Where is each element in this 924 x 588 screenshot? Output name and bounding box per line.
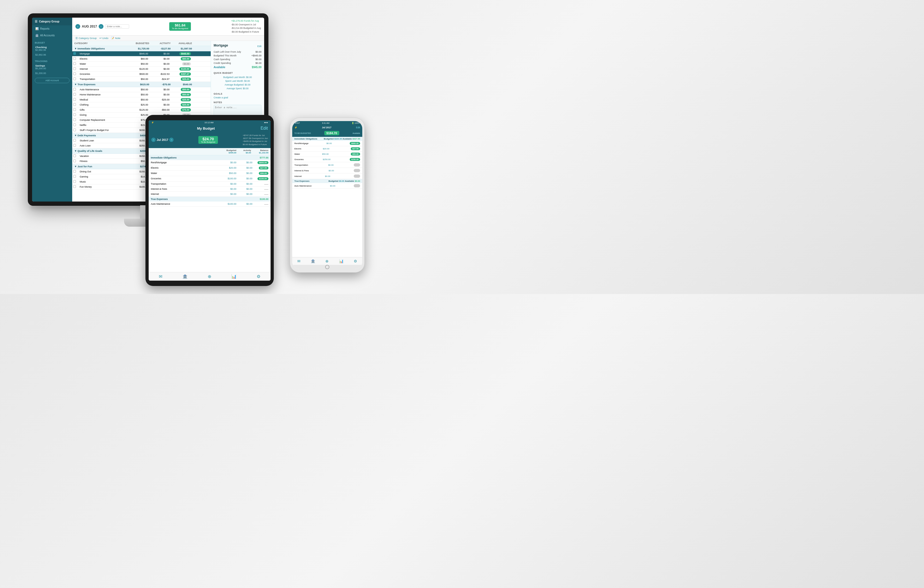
list-item[interactable]: Auto Maintenance $0.00: [292, 183, 362, 189]
quick-budget-avg-spent[interactable]: Average Spent: $0.00: [214, 87, 261, 91]
toggle-switch[interactable]: [354, 184, 360, 187]
add-account-button[interactable]: Add Account: [35, 78, 69, 83]
sidebar-budget-total: $2,992.96: [32, 53, 72, 57]
list-item[interactable]: Internet $0.00 $0.00: [148, 192, 271, 197]
quick-budget-title: QUICK BUDGET: [214, 72, 261, 74]
iphone-available-label: Available: [353, 132, 360, 134]
nav-chart-icon[interactable]: 📊: [231, 274, 237, 279]
list-item[interactable]: Electric $20.00 $27.55: [292, 146, 362, 152]
group-immediate-obligations: ▼ Immediate Obligations $1,725.00 -$127.…: [72, 46, 211, 51]
row-checkbox[interactable]: [73, 68, 76, 70]
sidebar-header: ☰ Category Group: [32, 18, 72, 25]
sidebar-reports-item[interactable]: 📊 Reports: [32, 25, 72, 32]
quick-budget-avg-budgeted[interactable]: Average Budgeted: $0.00: [214, 83, 261, 87]
iphone-edit-button[interactable]: Edit: [356, 126, 360, 129]
ipad-amount-badge: $24.70 To Be Budgeted: [198, 136, 218, 144]
table-row[interactable]: Groceries $500.00 -$102.53 $397.47: [72, 72, 211, 77]
note-button[interactable]: 📝 Note: [111, 36, 120, 40]
nav-chart-icon[interactable]: 📊: [339, 259, 343, 263]
row-checkbox[interactable]: [73, 57, 76, 60]
table-row[interactable]: Electric $60.00 $0.00 $60.00: [72, 56, 211, 61]
budget-badge-container: $61.84 To Be Budgeted: [169, 22, 191, 31]
list-item[interactable]: Transportation $0.00 $0.00: [148, 181, 271, 186]
row-checkbox[interactable]: [73, 62, 76, 65]
table-row[interactable]: Mortgage $945.00 $0.00 $945.00: [72, 51, 211, 56]
nav-envelope-icon[interactable]: ✉: [297, 259, 300, 263]
goals-title: GOALS: [214, 92, 261, 95]
nav-bank-icon[interactable]: 🏦: [182, 274, 188, 279]
sidebar-accounts-item[interactable]: 🏦 All Accounts: [32, 32, 72, 39]
list-item[interactable]: Auto Maintenance $100.00 $0.00: [148, 201, 271, 207]
ipad-bottom-nav: ✉ 🏦 ⊕ 📊 ⚙: [148, 272, 271, 281]
list-item[interactable]: Groceries $250.00 $250.00: [292, 157, 362, 162]
iphone-section-true-expenses: True Expenses Budgeted $0.00 Available $…: [292, 179, 362, 183]
table-row[interactable]: Transportation $50.00 -$24.97 $25.03: [72, 77, 211, 82]
nav-envelope-icon[interactable]: ✉: [159, 274, 162, 279]
quick-budget-spent-last[interactable]: Spent Last Month: $0.00: [214, 79, 261, 83]
list-item[interactable]: Transportation $0.00: [292, 162, 362, 168]
nav-bank-icon[interactable]: 🏦: [311, 259, 315, 263]
iphone-bottom-nav: ✉ 🏦 ⊕ 📊 ⚙: [292, 257, 362, 265]
budget-info-panel: +$3,276.83 Funds for Aug -$0.00 Overspen…: [231, 19, 261, 34]
list-item[interactable]: Water $50.00 $0.00 $50.00: [148, 171, 271, 176]
budgeted-this-month-row: Budgeted This Month +$945.00: [214, 54, 261, 58]
list-item[interactable]: Groceries $100.00 $0.00 $100.00: [148, 176, 271, 181]
create-goal-button[interactable]: Create a goal: [214, 96, 261, 99]
row-checkbox[interactable]: [73, 77, 76, 80]
toggle-switch[interactable]: [354, 175, 360, 178]
ipad-time: 10:12 AM: [205, 121, 214, 124]
iphone-header: ⚡ Jul 2017 Edit: [292, 125, 362, 130]
sidebar-budget-label: Category Group: [39, 20, 59, 23]
ipad-budget-bar: ‹ Jul 2017 › $24.70 To Be Budgeted +$747…: [148, 132, 271, 148]
iphone-amount-badge: $184.70: [324, 131, 339, 135]
ipad-screen: ⚡ 10:12 AM ●●● My Budget Edit ‹ Jul 2017…: [148, 120, 271, 281]
accounts-icon: 🏦: [35, 34, 38, 37]
ipad-next-month[interactable]: ›: [169, 138, 173, 142]
current-month: AUG 2017: [82, 25, 97, 28]
category-group-button[interactable]: ☰ Category Group: [75, 36, 97, 40]
toggle-switch[interactable]: [354, 163, 360, 166]
ipad-month-label: Jul 2017: [157, 138, 168, 142]
list-item[interactable]: Water $50.00 $50.00: [292, 152, 362, 157]
sidebar-checking-account[interactable]: Checking $2,992.96: [32, 44, 72, 53]
nav-plus-icon[interactable]: ⊕: [325, 259, 328, 263]
table-row[interactable]: Water $50.00 $0.00 $0.00: [72, 61, 211, 67]
nav-gear-icon[interactable]: ⚙: [257, 274, 261, 279]
table-row[interactable]: Internet $120.00 $0.00 $120.00: [72, 67, 211, 72]
table-row[interactable]: Clothing $25.00$0.00 $25.00: [72, 102, 211, 107]
nav-plus-icon[interactable]: ⊕: [208, 274, 211, 279]
row-checkbox[interactable]: [73, 72, 76, 75]
undo-button[interactable]: ↩ Undo: [99, 36, 109, 40]
table-row[interactable]: Auto Maintenance $50.00$0.00 $50.00: [72, 87, 211, 92]
iphone-time: 9:41 AM: [322, 122, 329, 124]
ipad-device: ⚡ 10:12 AM ●●● My Budget Edit ‹ Jul 2017…: [145, 115, 274, 286]
list-item[interactable]: Internet $0.00: [292, 173, 362, 179]
edit-button[interactable]: Edit: [257, 45, 261, 48]
list-item[interactable]: Rent/Mortgage $0.00 $800.00: [292, 141, 362, 146]
ipad-prev-month[interactable]: ‹: [151, 138, 156, 142]
list-item: True Expenses $100.00: [148, 197, 271, 201]
table-row[interactable]: Medical $50.00-$25.00 $25.00: [72, 97, 211, 102]
total-budget-badge: $61.84 To Be Budgeted: [169, 22, 191, 31]
sidebar-savings-account[interactable]: Savings $5,200.00: [32, 63, 72, 71]
quick-budget-last-month[interactable]: Budgeted Last Month: $0.00: [214, 76, 261, 79]
ipad-table-header: Budgeted$495.00 Activity$0.00 Balance$1,…: [148, 148, 271, 155]
sidebar: ☰ Category Group 📊 Reports 🏦 All Account…: [32, 18, 72, 201]
list-item[interactable]: Interest & Fees $0.00: [292, 168, 362, 173]
iphone-home-button[interactable]: [325, 265, 329, 269]
row-checkbox[interactable]: [73, 52, 76, 55]
iphone-home-area: [292, 265, 362, 269]
next-month-button[interactable]: ›: [99, 24, 104, 29]
scene: ☰ Category Group 📊 Reports 🏦 All Account…: [17, 13, 445, 281]
ipad-edit-button[interactable]: Edit: [261, 126, 268, 131]
ipad-status-bar: ⚡ 10:12 AM ●●●: [148, 120, 271, 124]
table-row[interactable]: Home Maintenance $50.00$0.00 $50.00: [72, 92, 211, 97]
nav-gear-icon[interactable]: ⚙: [354, 259, 357, 263]
list-item[interactable]: Electric $20.00 $0.00 $27.55: [148, 165, 271, 171]
month-note-input[interactable]: [105, 24, 129, 29]
list-item[interactable]: Rent/Mortgage $0.00 $0.00 $800.00: [148, 160, 271, 165]
table-row[interactable]: Gifts $125.00-$50.00 $75.00: [72, 107, 211, 112]
list-item[interactable]: Interest & Fees $0.00 $0.00: [148, 186, 271, 192]
toggle-switch[interactable]: [354, 169, 360, 172]
prev-month-button[interactable]: ‹: [75, 24, 80, 29]
